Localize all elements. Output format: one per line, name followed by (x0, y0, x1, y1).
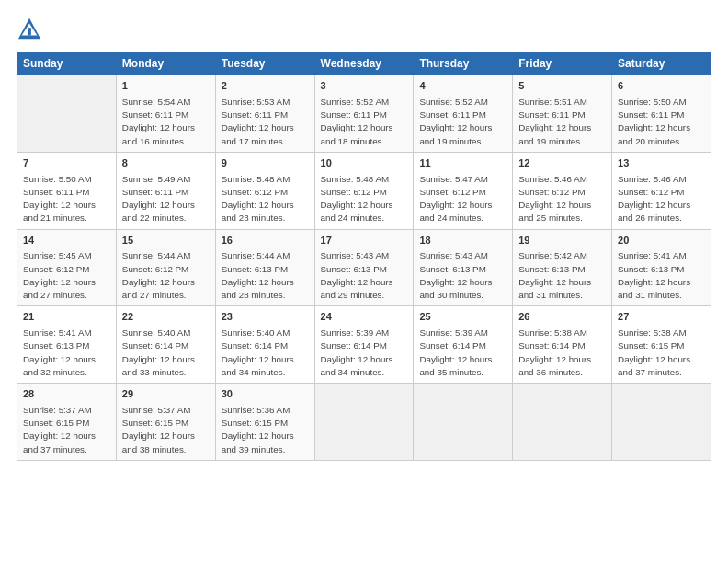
calendar-cell-r0c4: 4Sunrise: 5:52 AM Sunset: 6:11 PM Daylig… (414, 75, 513, 153)
calendar-row-0: 1Sunrise: 5:54 AM Sunset: 6:11 PM Daylig… (17, 75, 711, 153)
day-info: Sunrise: 5:40 AM Sunset: 6:14 PM Dayligh… (222, 327, 309, 379)
logo-icon (17, 17, 42, 42)
calendar-cell-r2c6: 20Sunrise: 5:41 AM Sunset: 6:13 PM Dayli… (612, 229, 711, 306)
day-info: Sunrise: 5:54 AM Sunset: 6:11 PM Dayligh… (122, 96, 210, 148)
col-header-sunday: Sunday (17, 52, 117, 75)
col-header-monday: Monday (116, 52, 215, 75)
calendar-cell-r4c0: 28Sunrise: 5:37 AM Sunset: 6:15 PM Dayli… (17, 384, 117, 461)
day-number: 12 (518, 156, 606, 171)
day-info: Sunrise: 5:48 AM Sunset: 6:12 PM Dayligh… (222, 173, 309, 225)
calendar-cell-r1c4: 11Sunrise: 5:47 AM Sunset: 6:12 PM Dayli… (414, 152, 513, 229)
day-info: Sunrise: 5:37 AM Sunset: 6:15 PM Dayligh… (122, 404, 210, 456)
day-number: 7 (23, 156, 110, 171)
calendar-row-2: 14Sunrise: 5:45 AM Sunset: 6:12 PM Dayli… (17, 229, 711, 306)
calendar-cell-r2c1: 15Sunrise: 5:44 AM Sunset: 6:12 PM Dayli… (116, 229, 215, 306)
calendar-cell-r1c3: 10Sunrise: 5:48 AM Sunset: 6:12 PM Dayli… (314, 152, 414, 229)
day-info: Sunrise: 5:36 AM Sunset: 6:15 PM Dayligh… (222, 404, 309, 456)
calendar-cell-r2c0: 14Sunrise: 5:45 AM Sunset: 6:12 PM Dayli… (17, 229, 117, 306)
day-number: 11 (419, 156, 506, 171)
col-header-tuesday: Tuesday (215, 52, 314, 75)
day-info: Sunrise: 5:47 AM Sunset: 6:12 PM Dayligh… (419, 173, 506, 225)
day-number: 6 (618, 79, 705, 94)
calendar-cell-r1c6: 13Sunrise: 5:46 AM Sunset: 6:12 PM Dayli… (612, 152, 711, 229)
day-info: Sunrise: 5:53 AM Sunset: 6:11 PM Dayligh… (222, 96, 309, 148)
day-info: Sunrise: 5:38 AM Sunset: 6:15 PM Dayligh… (618, 327, 705, 379)
day-number: 20 (618, 234, 705, 248)
svg-rect-2 (28, 28, 31, 35)
day-number: 16 (222, 234, 309, 248)
calendar-cell-r3c3: 24Sunrise: 5:39 AM Sunset: 6:14 PM Dayli… (314, 306, 414, 384)
day-info: Sunrise: 5:51 AM Sunset: 6:11 PM Dayligh… (518, 96, 606, 148)
day-info: Sunrise: 5:48 AM Sunset: 6:12 PM Dayligh… (321, 173, 408, 225)
calendar-cell-r2c3: 17Sunrise: 5:43 AM Sunset: 6:13 PM Dayli… (314, 229, 414, 306)
day-info: Sunrise: 5:49 AM Sunset: 6:11 PM Dayligh… (122, 173, 210, 225)
day-info: Sunrise: 5:46 AM Sunset: 6:12 PM Dayligh… (618, 173, 705, 225)
day-info: Sunrise: 5:43 AM Sunset: 6:13 PM Dayligh… (321, 249, 408, 302)
day-info: Sunrise: 5:44 AM Sunset: 6:13 PM Dayligh… (222, 249, 309, 302)
calendar-cell-r1c1: 8Sunrise: 5:49 AM Sunset: 6:11 PM Daylig… (116, 152, 215, 229)
calendar-cell-r0c2: 2Sunrise: 5:53 AM Sunset: 6:11 PM Daylig… (215, 75, 314, 153)
day-number: 24 (321, 310, 408, 325)
day-number: 2 (222, 79, 309, 94)
day-info: Sunrise: 5:42 AM Sunset: 6:13 PM Dayligh… (518, 249, 606, 302)
page: SundayMondayTuesdayWednesdayThursdayFrid… (0, 0, 728, 563)
calendar-cell-r3c2: 23Sunrise: 5:40 AM Sunset: 6:14 PM Dayli… (215, 306, 314, 384)
day-info: Sunrise: 5:37 AM Sunset: 6:15 PM Dayligh… (23, 404, 110, 456)
calendar-cell-r4c3 (314, 384, 414, 461)
day-info: Sunrise: 5:50 AM Sunset: 6:11 PM Dayligh… (23, 173, 110, 225)
calendar-row-1: 7Sunrise: 5:50 AM Sunset: 6:11 PM Daylig… (17, 152, 711, 229)
calendar-cell-r0c3: 3Sunrise: 5:52 AM Sunset: 6:11 PM Daylig… (314, 75, 414, 153)
day-number: 29 (122, 387, 210, 402)
day-info: Sunrise: 5:45 AM Sunset: 6:12 PM Dayligh… (23, 249, 110, 302)
calendar-row-3: 21Sunrise: 5:41 AM Sunset: 6:13 PM Dayli… (17, 306, 711, 384)
calendar-cell-r2c5: 19Sunrise: 5:42 AM Sunset: 6:13 PM Dayli… (513, 229, 612, 306)
day-info: Sunrise: 5:44 AM Sunset: 6:12 PM Dayligh… (122, 249, 210, 302)
calendar-cell-r1c5: 12Sunrise: 5:46 AM Sunset: 6:12 PM Dayli… (513, 152, 612, 229)
day-info: Sunrise: 5:39 AM Sunset: 6:14 PM Dayligh… (321, 327, 408, 379)
header (17, 17, 711, 42)
calendar-cell-r3c4: 25Sunrise: 5:39 AM Sunset: 6:14 PM Dayli… (414, 306, 513, 384)
calendar-cell-r3c6: 27Sunrise: 5:38 AM Sunset: 6:15 PM Dayli… (612, 306, 711, 384)
header-row: SundayMondayTuesdayWednesdayThursdayFrid… (17, 52, 711, 75)
day-info: Sunrise: 5:40 AM Sunset: 6:14 PM Dayligh… (122, 327, 210, 379)
calendar-cell-r0c5: 5Sunrise: 5:51 AM Sunset: 6:11 PM Daylig… (513, 75, 612, 153)
calendar-cell-r0c1: 1Sunrise: 5:54 AM Sunset: 6:11 PM Daylig… (116, 75, 215, 153)
day-number: 3 (321, 79, 408, 94)
day-info: Sunrise: 5:52 AM Sunset: 6:11 PM Dayligh… (419, 96, 506, 148)
calendar-cell-r0c6: 6Sunrise: 5:50 AM Sunset: 6:11 PM Daylig… (612, 75, 711, 153)
day-number: 28 (23, 387, 110, 402)
col-header-wednesday: Wednesday (314, 52, 414, 75)
day-number: 5 (518, 79, 606, 94)
day-number: 4 (419, 79, 506, 94)
day-number: 19 (518, 234, 606, 248)
day-info: Sunrise: 5:52 AM Sunset: 6:11 PM Dayligh… (321, 96, 408, 148)
calendar-cell-r4c6 (612, 384, 711, 461)
day-info: Sunrise: 5:38 AM Sunset: 6:14 PM Dayligh… (518, 327, 606, 379)
calendar-cell-r4c1: 29Sunrise: 5:37 AM Sunset: 6:15 PM Dayli… (116, 384, 215, 461)
calendar-table: SundayMondayTuesdayWednesdayThursdayFrid… (17, 52, 711, 461)
day-info: Sunrise: 5:50 AM Sunset: 6:11 PM Dayligh… (618, 96, 705, 148)
col-header-friday: Friday (513, 52, 612, 75)
day-number: 8 (122, 156, 210, 171)
day-number: 9 (222, 156, 309, 171)
day-info: Sunrise: 5:43 AM Sunset: 6:13 PM Dayligh… (419, 249, 506, 302)
day-number: 17 (321, 234, 408, 248)
day-number: 18 (419, 234, 506, 248)
day-info: Sunrise: 5:46 AM Sunset: 6:12 PM Dayligh… (518, 173, 606, 225)
day-number: 30 (222, 387, 309, 402)
calendar-cell-r1c0: 7Sunrise: 5:50 AM Sunset: 6:11 PM Daylig… (17, 152, 117, 229)
day-number: 23 (222, 310, 309, 325)
day-number: 1 (122, 79, 210, 94)
calendar-cell-r4c4 (414, 384, 513, 461)
day-info: Sunrise: 5:39 AM Sunset: 6:14 PM Dayligh… (419, 327, 506, 379)
calendar-row-4: 28Sunrise: 5:37 AM Sunset: 6:15 PM Dayli… (17, 384, 711, 461)
day-number: 27 (618, 310, 705, 325)
calendar-cell-r1c2: 9Sunrise: 5:48 AM Sunset: 6:12 PM Daylig… (215, 152, 314, 229)
logo (17, 17, 46, 42)
calendar-cell-r4c2: 30Sunrise: 5:36 AM Sunset: 6:15 PM Dayli… (215, 384, 314, 461)
day-info: Sunrise: 5:41 AM Sunset: 6:13 PM Dayligh… (23, 327, 110, 379)
col-header-thursday: Thursday (414, 52, 513, 75)
day-number: 10 (321, 156, 408, 171)
calendar-cell-r4c5 (513, 384, 612, 461)
calendar-cell-r2c2: 16Sunrise: 5:44 AM Sunset: 6:13 PM Dayli… (215, 229, 314, 306)
